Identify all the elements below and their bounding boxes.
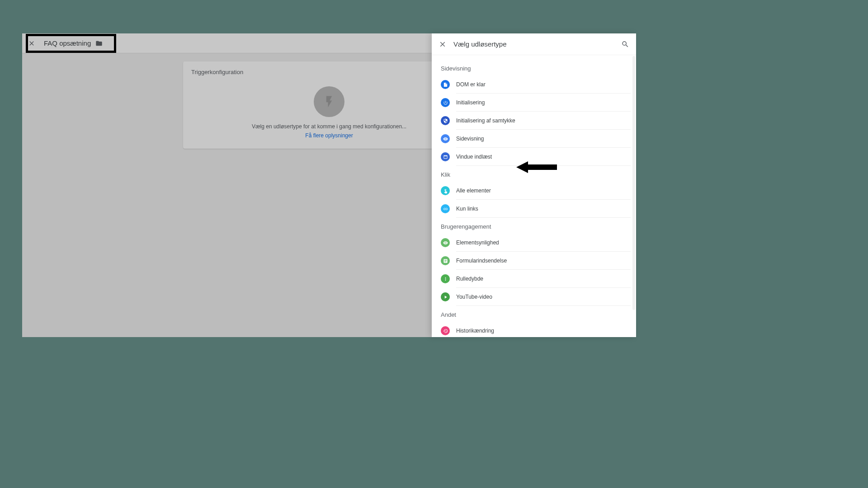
power-icon [441, 98, 450, 107]
consent-icon [441, 116, 450, 125]
trigger-type-scroll-depth[interactable]: Rulledybde [441, 270, 631, 288]
trigger-type-all-elements[interactable]: Alle elementer [441, 182, 631, 200]
side-panel-scroll[interactable]: Sidevisning DOM er klar Initialisering I… [432, 55, 636, 337]
trigger-type-label: YouTube-video [456, 294, 492, 300]
close-panel-button[interactable] [435, 37, 450, 52]
section-heading-engagement: Brugerengagement [441, 218, 631, 234]
eye-icon [441, 134, 450, 143]
trigger-type-label: Kun links [456, 206, 478, 212]
trigger-type-label: Elementsynlighed [456, 239, 499, 246]
trigger-type-dom-ready[interactable]: DOM er klar [441, 75, 631, 94]
history-icon [441, 326, 450, 335]
trigger-type-links-only[interactable]: Kun links [441, 200, 631, 218]
trigger-type-consent-init[interactable]: Initialisering af samtykke [441, 112, 631, 130]
trigger-type-element-visibility[interactable]: Elementsynlighed [441, 234, 631, 252]
window-icon [441, 152, 450, 161]
search-button[interactable] [618, 37, 632, 52]
trigger-type-label: Sidevisning [456, 136, 484, 142]
trigger-type-label: Formularindsendelse [456, 258, 507, 264]
trigger-type-label: Initialisering [456, 99, 485, 106]
visibility-icon [441, 238, 450, 247]
scroll-icon [441, 274, 450, 283]
trigger-type-label: Vindue indlæst [456, 154, 492, 160]
trigger-type-window-loaded[interactable]: Vindue indlæst [441, 148, 631, 166]
trigger-type-side-panel: Vælg udløsertype Sidevisning DOM er klar… [432, 33, 636, 337]
dom-ready-icon [441, 80, 450, 89]
side-panel-header: Vælg udløsertype [432, 33, 636, 55]
trigger-type-youtube-video[interactable]: YouTube-video [441, 288, 631, 306]
form-icon [441, 256, 450, 265]
touch-icon [441, 186, 450, 195]
section-heading-other: Andet [441, 306, 631, 322]
trigger-type-page-view[interactable]: Sidevisning [441, 130, 631, 148]
section-heading-pageview: Sidevisning [441, 60, 631, 75]
trigger-type-form-submission[interactable]: Formularindsendelse [441, 252, 631, 270]
link-icon [441, 204, 450, 213]
section-heading-click: Klik [441, 166, 631, 182]
trigger-type-label: Rulledybde [456, 276, 483, 282]
trigger-type-label: Historikændring [456, 328, 494, 334]
trigger-type-label: Initialisering af samtykke [456, 117, 515, 124]
trigger-type-history-change[interactable]: Historikændring [441, 322, 631, 337]
trigger-type-label: Alle elementer [456, 188, 491, 194]
side-panel-title: Vælg udløsertype [453, 40, 507, 48]
trigger-type-initialization[interactable]: Initialisering [441, 94, 631, 112]
app-window: FAQ opsætning Triggerkonfiguration Vælg … [22, 33, 636, 337]
play-icon [441, 292, 450, 301]
trigger-type-label: DOM er klar [456, 81, 486, 88]
